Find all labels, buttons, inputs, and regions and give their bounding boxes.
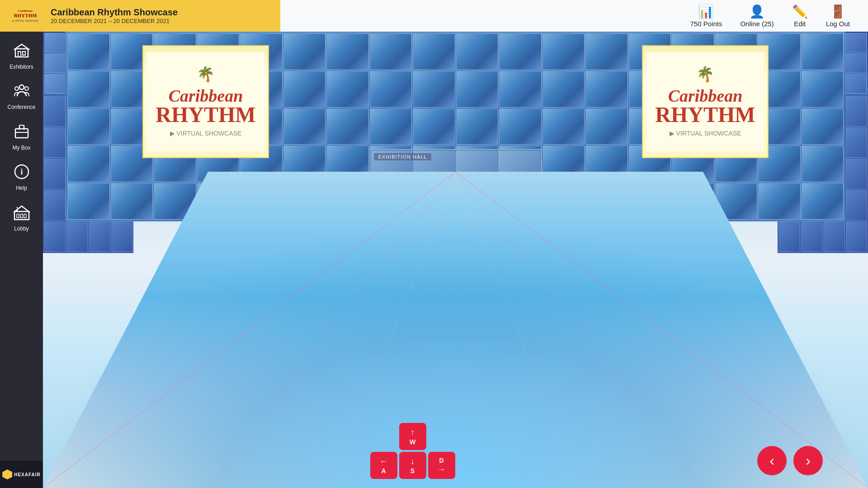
mybox-icon [14, 123, 30, 143]
nav-left-arrow: ← [380, 457, 388, 466]
glass-panel [542, 108, 585, 145]
glass-panel [326, 108, 369, 145]
glass-panel [802, 108, 844, 145]
svg-rect-17 [17, 214, 19, 218]
sidebar-item-mybox[interactable]: My Box [0, 117, 43, 157]
glass-panel [499, 71, 542, 108]
logout-label: Log Out [826, 20, 850, 28]
sidebar-item-help[interactable]: i Help [0, 157, 43, 197]
sidebar-item-conference[interactable]: Conference [0, 76, 43, 117]
glass-panel [456, 108, 499, 145]
glass-panel [111, 183, 153, 220]
right-caribbean-banner: 🌴 Caribbean RHYTHM ▶ VIRTUAL SHOWCASE [642, 45, 769, 158]
event-logo-inner: Caribbean RHYTHM ▶ VIRTUAL SHOWCASE [9, 5, 41, 27]
event-title: Caribbean Rhythm Showcase [51, 7, 178, 18]
points-icon: 📊 [698, 4, 714, 19]
nav-s-key: S [410, 467, 415, 474]
svg-text:RHYTHM: RHYTHM [156, 103, 255, 127]
exhibitors-label: Exhibitors [9, 64, 33, 70]
glass-panel [802, 71, 844, 108]
glass-panel [44, 159, 66, 189]
glass-panel [456, 71, 499, 108]
conference-icon [14, 83, 30, 102]
glass-panel [370, 108, 412, 145]
glass-panel [413, 33, 455, 70]
main-scene: 🌴 Caribbean RHYTHM ▶ VIRTUAL SHOWCASE 🌴 … [43, 32, 868, 488]
nav-s-button[interactable]: ↓ S [399, 452, 426, 479]
nav-a-key: A [381, 467, 386, 474]
svg-text:Caribbean: Caribbean [18, 9, 33, 13]
points-nav[interactable]: 📊 750 Points [690, 4, 722, 28]
nav-w-key: W [410, 438, 415, 446]
top-nav: 📊 750 Points 👤 Online (25) ✏️ Edit 🚪 Log… [280, 0, 868, 32]
online-nav[interactable]: 👤 Online (25) [740, 4, 774, 28]
glass-panel [499, 108, 542, 145]
sidebar-item-lobby[interactable]: Lobby [0, 198, 43, 238]
glass-panel [846, 96, 868, 127]
glass-panel [802, 183, 844, 220]
nav-empty [428, 423, 455, 450]
svg-rect-6 [23, 52, 25, 55]
glass-panel [370, 33, 412, 70]
glass-panel [283, 108, 326, 145]
svg-rect-10 [15, 129, 28, 138]
svg-point-8 [15, 87, 19, 90]
glass-panel [542, 71, 585, 108]
logout-nav[interactable]: 🚪 Log Out [826, 4, 850, 28]
glass-panel [370, 71, 412, 108]
floor-glow [43, 217, 868, 488]
header: Caribbean RHYTHM ▶ VIRTUAL SHOWCASE Cari… [0, 0, 868, 32]
glass-panel [44, 190, 66, 221]
svg-text:RHYTHM: RHYTHM [655, 103, 755, 127]
lobby-icon [14, 204, 30, 224]
event-logo: Caribbean RHYTHM ▶ VIRTUAL SHOWCASE [7, 4, 43, 28]
glass-panel [585, 33, 628, 70]
glass-panel [802, 33, 844, 70]
svg-rect-5 [18, 52, 21, 57]
mybox-label: My Box [12, 145, 30, 151]
glass-panel [326, 71, 369, 108]
svg-text:🌴: 🌴 [696, 66, 714, 83]
glass-panel [802, 145, 844, 182]
glass-panel [585, 71, 628, 108]
exhall-sign: EXHIBITION HALL [374, 153, 432, 160]
glass-panel [456, 33, 499, 70]
glass-panel [758, 183, 801, 220]
glass-panel [67, 71, 110, 108]
glass-panel [846, 159, 868, 189]
edit-nav[interactable]: ✏️ Edit [792, 4, 808, 28]
nav-right-arrow: → [438, 465, 446, 474]
svg-text:▶ VIRTUAL SHOWCASE: ▶ VIRTUAL SHOWCASE [12, 19, 38, 22]
glass-panel [67, 33, 110, 70]
svg-point-7 [19, 85, 24, 89]
glass-panel [283, 71, 326, 108]
next-button[interactable]: › [793, 446, 823, 475]
hexafair-hex-icon [2, 469, 12, 479]
glass-panel [413, 71, 455, 108]
prev-button[interactable]: ‹ [757, 446, 787, 475]
online-label: Online (25) [740, 20, 774, 28]
event-banner: Caribbean RHYTHM ▶ VIRTUAL SHOWCASE Cari… [0, 0, 280, 32]
hexafair-text: HEXAFAIR [14, 472, 41, 477]
glass-panel [499, 33, 542, 70]
nav-d-button[interactable]: D → [428, 452, 455, 479]
glass-panel [283, 33, 326, 70]
event-date: 20 DECEMBER 2021 – 20 DECEMBER 2021 [51, 18, 178, 24]
lobby-label: Lobby [14, 225, 29, 232]
svg-text:▶ VIRTUAL SHOWCASE: ▶ VIRTUAL SHOWCASE [170, 130, 242, 137]
nav-d-key: D [439, 457, 443, 464]
svg-text:🌴: 🌴 [197, 66, 215, 83]
svg-text:RHYTHM: RHYTHM [14, 13, 37, 18]
help-label: Help [16, 185, 27, 191]
nav-a-button[interactable]: ← A [370, 452, 397, 479]
help-icon: i [14, 164, 30, 183]
svg-rect-4 [15, 49, 28, 57]
points-label: 750 Points [690, 20, 722, 28]
glass-panel [67, 183, 110, 220]
svg-text:▶ VIRTUAL SHOWCASE: ▶ VIRTUAL SHOWCASE [670, 130, 741, 137]
glass-panel [413, 108, 455, 145]
svg-text:i: i [20, 167, 23, 176]
sidebar-item-exhibitors[interactable]: Exhibitors [0, 36, 43, 76]
nav-w-button[interactable]: ↑ W [399, 423, 426, 450]
glass-panel [44, 127, 66, 158]
